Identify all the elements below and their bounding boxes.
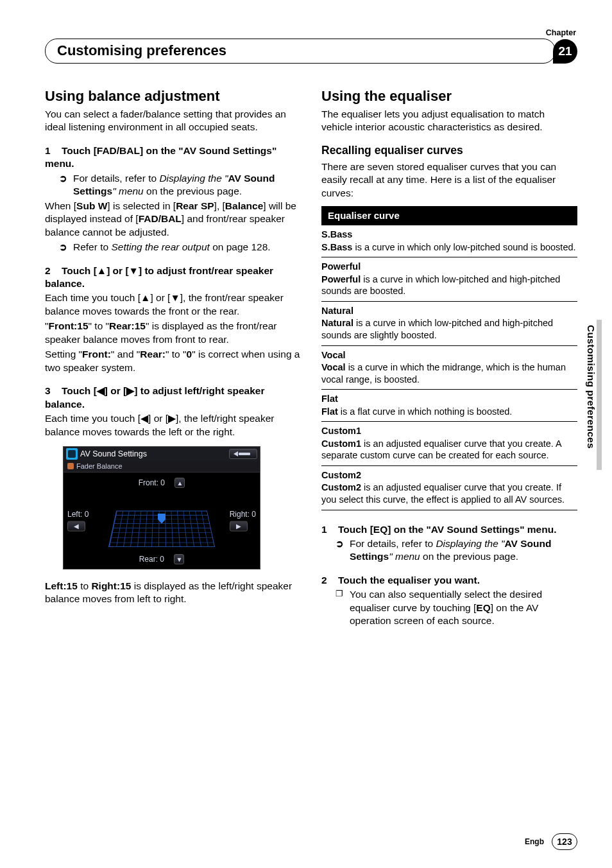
left-value: Left: 0 (67, 509, 89, 518)
t: Front:15 (49, 320, 89, 331)
eq-step1-reference-text: For details, refer to Displaying the "AV… (350, 537, 577, 564)
side-tab-label: Customising preferences (585, 325, 597, 449)
heading-equaliser: Using the equaliser (321, 87, 577, 105)
eq-row-desc: Natural is a curve in which low-pitched … (321, 318, 553, 340)
eq-row-title: Custom2 (321, 469, 577, 482)
step2-text-2: "Front:15" to "Rear:15" is displayed as … (45, 320, 301, 346)
pointer-icon: ➲ (59, 241, 73, 254)
t: " to " (89, 320, 110, 331)
step1-number: 1 (45, 144, 62, 157)
eq-row-desc: S.Bass is a curve in which only low-pitc… (321, 242, 576, 252)
step3-number: 3 (45, 385, 62, 397)
step1-title: Touch [FAD/BAL] on the "AV Sound Setting… (45, 145, 276, 169)
eq-row-title: Vocal (321, 349, 577, 361)
t: Rear: (140, 349, 166, 360)
heading-recalling-curves: Recalling equaliser curves (321, 143, 577, 158)
left-right-range-text: Left:15 to Right:15 is displayed as the … (45, 580, 301, 606)
source-icon (66, 448, 78, 460)
eq-row-desc: Powerful is a curve in which low-pitched… (321, 274, 560, 297)
eq-step2-note-text: You can also sequentially select the des… (350, 588, 577, 627)
t: Displaying the (436, 538, 501, 549)
right-button[interactable]: ▶ (230, 521, 248, 532)
step1-note-subw: When [Sub W] is selected in [Rear SP], [… (45, 200, 301, 239)
rear-value: Rear: 0 (139, 555, 164, 564)
page-header: Customising preferences 21 (45, 39, 577, 64)
t: EQ (476, 602, 490, 613)
eq-step2-title: Touch the equaliser you want. (338, 575, 480, 586)
right-column: Using the equaliser The equaliser lets y… (321, 87, 577, 629)
equaliser-table-row: NaturalNatural is a curve in which low-p… (321, 302, 577, 346)
front-label-row: Front: 0 ▲ (64, 478, 260, 489)
t: on page 128. (210, 241, 271, 252)
step2-text-1: Each time you touch [▲] or [▼], the fron… (45, 291, 301, 318)
fader-balance-screenshot: AV Sound Settings Fader Balance Front: 0… (63, 446, 260, 569)
eq-step1-reference: ➲ For details, refer to Displaying the "… (336, 537, 577, 564)
up-button[interactable]: ▲ (174, 478, 185, 488)
down-button[interactable]: ▼ (174, 554, 184, 564)
left-column: Using balance adjustment You can select … (45, 87, 301, 629)
t: When [ (45, 200, 76, 211)
left-label-col: Left: 0 ◀ (67, 509, 89, 532)
eq-step2-number: 2 (321, 574, 338, 587)
eq-row-desc: Custom1 is an adjusted equaliser curve t… (321, 438, 561, 461)
equaliser-table-row: Custom2Custom2 is an adjusted equaliser … (321, 466, 577, 510)
right-value: Right: 0 (230, 509, 256, 518)
step1-reference-2-text: Refer to Setting the rear output on page… (73, 241, 301, 254)
step1-reference: ➲ For details, refer to Displaying the "… (59, 172, 301, 198)
eq-row-desc: Vocal is a curve in which the midrange, … (321, 362, 566, 385)
t: Setting " (45, 349, 82, 360)
heading-balance: Using balance adjustment (45, 87, 301, 105)
section-title: Customising preferences (45, 39, 556, 64)
eq-step1-title: Touch [EQ] on the "AV Sound Settings" me… (338, 524, 556, 535)
equaliser-table-row: S.BassS.Bass is a curve in which only lo… (321, 225, 577, 257)
t: ], [ (214, 200, 225, 211)
ref-italic: " menu (112, 186, 144, 196)
rear-label-row: Rear: 0 ▼ (64, 554, 260, 565)
t: Balance (225, 200, 263, 211)
equaliser-table-row: Custom1Custom1 is an adjusted equaliser … (321, 422, 577, 466)
t: For details, refer to (350, 538, 436, 549)
screenshot-subtitle-row: Fader Balance (64, 461, 260, 473)
recalling-curves-text: There are seven stored equaliser curves … (321, 161, 577, 200)
eq-row-desc: Custom2 is an adjusted equaliser curve t… (321, 482, 565, 505)
t: FAD/BAL (139, 213, 182, 224)
step3-title: Touch [◀] or [▶] to adjust left/right sp… (45, 385, 265, 409)
chapter-label: Chapter (45, 28, 577, 37)
left-button[interactable]: ◀ (67, 521, 85, 532)
t: Left:15 (45, 580, 78, 591)
t: to (78, 580, 92, 591)
ref-text: For details, refer to (73, 173, 159, 184)
note-icon: ❐ (336, 588, 350, 600)
t: on the previous page. (420, 551, 518, 562)
t: Sub W (76, 200, 107, 211)
eq-row-desc: Flat is a flat curve in which nothing is… (321, 406, 512, 417)
back-button[interactable] (229, 449, 257, 459)
pointer-icon: ➲ (336, 537, 350, 550)
chapter-number-badge: 21 (553, 39, 577, 64)
t: Refer to (73, 241, 111, 252)
step1-heading: 1Touch [FAD/BAL] on the "AV Sound Settin… (45, 144, 301, 171)
footer-language: Engb (525, 837, 544, 846)
step1-reference-2: ➲ Refer to Setting the rear output on pa… (59, 241, 301, 254)
sub-icon (67, 463, 74, 469)
t: " to " (166, 349, 187, 360)
t: Rear:15 (109, 320, 146, 331)
eq-row-title: Natural (321, 305, 577, 317)
t: " and " (111, 349, 140, 360)
page-footer: Engb 123 (525, 833, 577, 850)
screenshot-subtitle: Fader Balance (76, 462, 123, 471)
screenshot-title: AV Sound Settings (80, 449, 147, 460)
t: Rear SP (176, 200, 214, 211)
ref-text: on the previous page. (144, 186, 242, 196)
pointer-icon: ➲ (59, 172, 73, 185)
right-label-col: Right: 0 ▶ (230, 509, 256, 532)
step2-heading: 2Touch [▲] or [▼] to adjust front/rear s… (45, 265, 301, 291)
footer-page-number: 123 (552, 833, 577, 850)
eq-step2-note: ❐ You can also sequentially select the d… (336, 588, 577, 627)
step2-title: Touch [▲] or [▼] to adjust front/rear sp… (45, 265, 273, 289)
eq-step2-heading: 2Touch the equaliser you want. (321, 574, 577, 587)
equaliser-curve-table: Equaliser curve S.BassS.Bass is a curve … (321, 206, 577, 510)
step2-number: 2 (45, 265, 62, 277)
ref-italic: Displaying the (159, 173, 225, 184)
eq-step1-number: 1 (321, 523, 338, 536)
